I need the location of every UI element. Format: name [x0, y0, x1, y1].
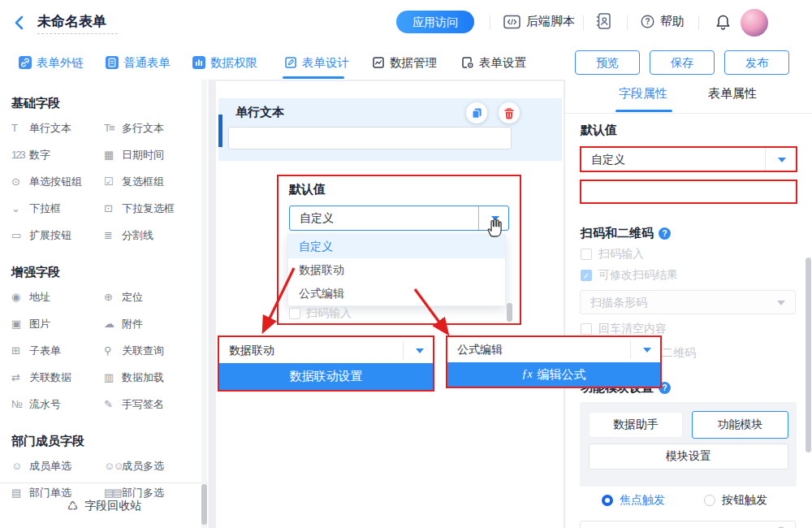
select-value: 数据联动: [229, 337, 274, 363]
formula-select[interactable]: 公式编辑: [447, 337, 660, 362]
scan-section-heading: 扫码和二维码 ?: [581, 226, 671, 241]
dropdown-option[interactable]: 公式编辑: [288, 282, 505, 305]
fx-icon: ƒx: [521, 368, 532, 381]
save-button[interactable]: 保存: [650, 50, 715, 75]
selected-field-card[interactable]: 单行文本: [218, 98, 562, 161]
sidebar-scrollbar-thumb[interactable]: [201, 484, 207, 525]
header-divider: [627, 15, 628, 30]
function-module-button[interactable]: 功能模块: [692, 411, 788, 439]
scan-input-checkbox[interactable]: [289, 308, 300, 319]
form-title[interactable]: 未命名表单: [37, 12, 106, 31]
tab-data-permission[interactable]: 数据权限: [192, 54, 257, 71]
backend-script-button[interactable]: 后端脚本: [503, 14, 575, 29]
sidebar-item-relation-data[interactable]: ⇄关联数据: [11, 364, 104, 391]
scan-input-label: 扫码输入: [306, 306, 352, 321]
scan-section-title: 扫码和二维码: [581, 226, 654, 241]
tab-label: 表单设置: [479, 55, 526, 71]
scan-editable-checkbox[interactable]: ✓: [581, 270, 592, 281]
sidebar-item-multi-line-text[interactable]: T≡多行文本: [104, 115, 197, 141]
button-label: 数据联动设置: [290, 369, 363, 384]
chevron-down-icon[interactable]: [491, 216, 499, 225]
sidebar-item-datetime[interactable]: ▦日期时间: [104, 141, 197, 168]
signature-icon: ✎: [104, 398, 122, 410]
sidebar-item-radio-group[interactable]: ⊙单选按钮组: [11, 168, 104, 195]
sidebar-item-serial-number[interactable]: №流水号: [11, 391, 104, 418]
user-avatar[interactable]: [741, 9, 768, 37]
sidebar-item-number[interactable]: 123数字: [11, 141, 104, 168]
help-button[interactable]: ? 帮助: [641, 14, 685, 29]
link-icon: [19, 56, 32, 69]
publish-button[interactable]: 发布: [724, 50, 789, 75]
sidebar-item-relation-query[interactable]: ⚲关联查询: [104, 337, 197, 364]
tab-field-properties[interactable]: 字段属性: [611, 86, 676, 102]
tab-form-settings[interactable]: 表单设置: [461, 54, 526, 71]
select-divider: [630, 340, 631, 359]
cutoff-select[interactable]: [580, 521, 796, 528]
trigger-button-option[interactable]: 按钮触发: [704, 493, 767, 508]
sidebar-item-checkbox-group[interactable]: ☑复选框组: [104, 168, 197, 195]
module-settings-button[interactable]: 模块设置: [589, 444, 788, 470]
app-access-button[interactable]: 应用访问: [396, 11, 474, 33]
chevron-down-icon[interactable]: [416, 348, 424, 357]
data-helper-button[interactable]: 数据助手: [589, 412, 683, 438]
linkage-settings-button[interactable]: 数据联动设置: [219, 363, 433, 390]
section-items: T单行文本T≡多行文本123数字▦日期时间⊙单选按钮组☑复选框组⌄下拉框⊡下拉复…: [11, 115, 209, 249]
subform-icon: ⊞: [11, 344, 29, 357]
select-value: 扫描条形码: [590, 291, 647, 314]
panel-default-value-input[interactable]: [580, 180, 797, 204]
panel-default-value-select[interactable]: 自定义: [580, 146, 797, 172]
dropdown-option[interactable]: 自定义: [288, 235, 505, 258]
tab-form-external-link[interactable]: 表单外链: [19, 54, 84, 71]
question-circle-icon: ?: [641, 15, 654, 28]
sidebar-item-address[interactable]: ◉地址: [11, 283, 104, 310]
trigger-focus-option[interactable]: 焦点触发: [602, 493, 665, 508]
panel-scrollbar-thumb[interactable]: [806, 258, 811, 452]
tab-form-design[interactable]: 表单设计: [284, 54, 349, 71]
edit-formula-button[interactable]: ƒx 编辑公式: [447, 362, 660, 387]
sidebar-item-geolocation[interactable]: ⊕定位: [104, 283, 197, 310]
dropdown-option[interactable]: 数据联动: [288, 258, 505, 282]
help-icon[interactable]: ?: [659, 227, 671, 240]
scan-input-row: 扫码输入: [581, 247, 644, 262]
scan-input-checkbox[interactable]: [581, 249, 592, 260]
sidebar-item-subform[interactable]: ⊞子表单: [11, 337, 104, 364]
sidebar-item-member-multi[interactable]: ☺☺成员多选: [104, 452, 197, 479]
sidebar-item-signature[interactable]: ✎手写签名: [104, 391, 197, 418]
address-book-icon[interactable]: [595, 12, 611, 30]
tab-form-properties[interactable]: 表单属性: [700, 86, 765, 102]
sidebar-item-extend-button[interactable]: ▭扩展按钮: [11, 222, 104, 249]
preview-button[interactable]: 预览: [575, 50, 640, 75]
sidebar-item-dropdown-multi[interactable]: ⊡下拉复选框: [104, 195, 197, 222]
trigger-focus-label: 焦点触发: [620, 493, 665, 508]
sidebar-item-data-load[interactable]: ▥数据加载: [104, 364, 197, 391]
chevron-down-icon[interactable]: [778, 158, 786, 167]
header-divider: [490, 15, 490, 30]
notification-bell-icon[interactable]: [715, 14, 731, 31]
delete-field-button[interactable]: [499, 102, 520, 123]
sidebar-item-image[interactable]: ▣图片: [11, 310, 104, 337]
back-button[interactable]: [13, 15, 26, 31]
sidebar-item-divider-line[interactable]: ≣分割线: [104, 222, 197, 249]
address-icon: ◉: [11, 291, 29, 303]
sidebar-item-single-line-text[interactable]: T单行文本: [11, 115, 104, 141]
copy-field-button[interactable]: [466, 102, 487, 123]
header-divider: [698, 15, 699, 30]
sidebar-item-label: 数字: [29, 148, 50, 162]
chevron-down-icon[interactable]: [777, 301, 785, 309]
backend-script-label: 后端脚本: [526, 14, 575, 29]
linkage-select[interactable]: 数据联动: [219, 337, 433, 363]
barcode-type-select[interactable]: 扫描条形码: [580, 290, 796, 314]
field-text-input[interactable]: [228, 127, 512, 149]
enter-clear-checkbox[interactable]: [581, 323, 592, 335]
member-multi-icon: ☺☺: [104, 460, 122, 472]
sidebar-item-attachment[interactable]: ☁附件: [104, 310, 197, 337]
sidebar-item-dropdown[interactable]: ⌄下拉框: [11, 195, 104, 222]
field-recycle-bin-button[interactable]: ♺ 字段回收站: [0, 490, 209, 522]
default-value-select[interactable]: 自定义: [289, 206, 509, 231]
sidebar-item-member-single[interactable]: ☺成员单选: [11, 452, 104, 479]
tab-data-management[interactable]: 数据管理: [372, 54, 437, 71]
chevron-down-icon[interactable]: [643, 348, 651, 357]
section-items: ◉地址⊕定位▣图片☁附件⊞子表单⚲关联查询⇄关联数据▥数据加载№流水号✎手写签名: [11, 283, 209, 418]
select-value: 公式编辑: [457, 337, 503, 362]
tab-normal-form[interactable]: 普通表单: [106, 54, 171, 71]
